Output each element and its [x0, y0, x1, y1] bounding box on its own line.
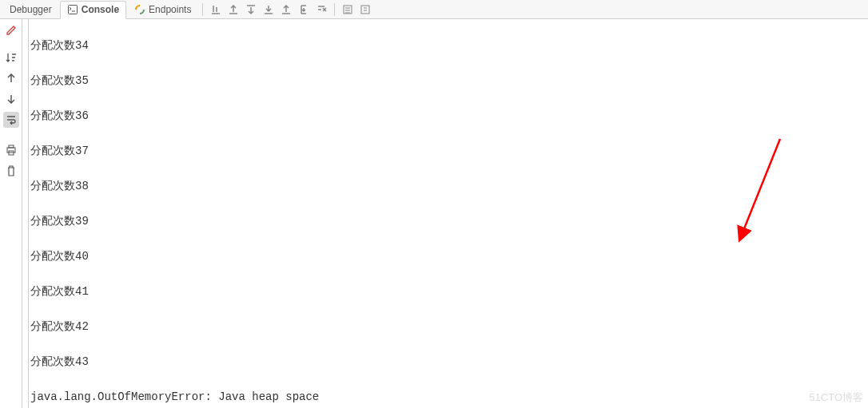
log-line: 分配次数39 [30, 212, 868, 230]
sort-down-icon[interactable] [3, 50, 19, 65]
arrow-down-icon[interactable] [3, 91, 19, 107]
console-output: 分配次数34 分配次数35 分配次数36 分配次数37 分配次数38 分配次数3… [29, 19, 868, 408]
log-line: java.lang.OutOfMemoryError: Java heap sp… [30, 388, 868, 406]
separator [202, 3, 203, 16]
watermark: 51CTO博客 [809, 390, 863, 405]
log-line: 分配次数35 [30, 72, 868, 89]
toolbar-btn-6[interactable] [296, 2, 312, 18]
toolbar-btn-5[interactable] [278, 2, 294, 18]
tab-label: Console [82, 4, 119, 15]
wrap-icon[interactable] [3, 112, 19, 128]
log-line: 分配次数42 [30, 318, 868, 335]
log-line: 分配次数36 [30, 107, 868, 125]
log-line: 分配次数40 [30, 248, 868, 265]
svg-rect-4 [9, 145, 14, 148]
toolbar-btn-calc2[interactable] [357, 2, 373, 18]
fold-gutter [22, 19, 29, 408]
separator [334, 3, 335, 16]
left-gutter [0, 19, 22, 408]
toolbar-btn-7[interactable] [313, 2, 329, 18]
log-line: 分配次数38 [30, 177, 868, 195]
trash-icon[interactable] [3, 163, 19, 179]
tab-endpoints[interactable]: Endpoints [128, 0, 197, 18]
toolbar-btn-1[interactable] [208, 2, 224, 18]
print-icon[interactable] [3, 142, 19, 158]
log-line: 分配次数34 [30, 37, 868, 54]
toolbar-btn-4[interactable] [261, 2, 277, 18]
endpoints-icon [134, 4, 145, 15]
svg-rect-2 [361, 6, 369, 14]
tool-tabs: Debugger Console Endpoints [0, 0, 868, 19]
log-line: 分配次数43 [30, 353, 868, 370]
toolbar-btn-2[interactable] [225, 2, 241, 18]
log-line: 分配次数41 [30, 283, 868, 300]
console-icon [67, 4, 78, 15]
toolbar-btn-3[interactable] [243, 2, 259, 18]
arrow-up-icon[interactable] [3, 70, 19, 86]
svg-rect-0 [68, 6, 77, 14]
tab-label: Debugger [10, 4, 52, 15]
tab-console[interactable]: Console [60, 1, 126, 19]
log-line: 分配次数37 [30, 142, 868, 160]
tab-debugger[interactable]: Debugger [3, 0, 58, 18]
toolbar-btn-calc1[interactable] [340, 2, 356, 18]
tab-label: Endpoints [149, 4, 191, 15]
edit-icon[interactable] [3, 22, 19, 38]
